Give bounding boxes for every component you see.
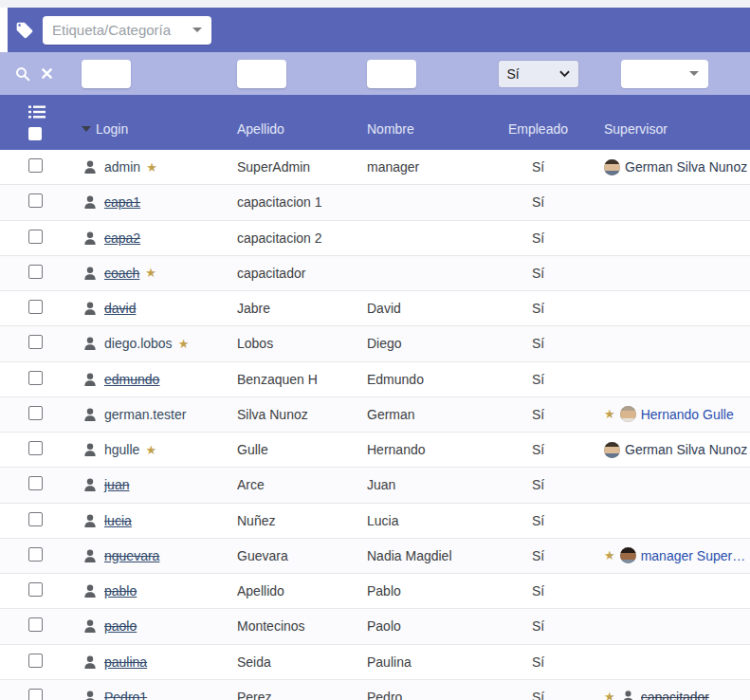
row-checkbox[interactable]: [28, 406, 43, 420]
login-link[interactable]: hgulle: [104, 442, 139, 457]
column-header-login[interactable]: Login: [82, 95, 237, 150]
favorite-star-icon: ★: [146, 161, 157, 174]
nombre-filter-input[interactable]: [367, 60, 416, 88]
apellido-cell: Arce: [237, 477, 367, 492]
nombre-cell: David: [367, 301, 484, 316]
supervisor-link[interactable]: German Silva Nunoz: [625, 159, 747, 175]
login-link[interactable]: german.tester: [104, 407, 186, 422]
nombre-cell: Paolo: [367, 618, 484, 634]
empleado-cell: Sí: [484, 583, 593, 599]
empleado-cell: Sí: [484, 301, 593, 316]
empleado-filter-select[interactable]: Sí: [499, 61, 578, 87]
table-row: coach ★ capacitador Sí: [0, 256, 750, 291]
apellido-cell: Silva Nunoz: [237, 407, 367, 422]
row-checkbox[interactable]: [28, 193, 43, 208]
empleado-cell: Sí: [484, 194, 593, 210]
nombre-cell: Juan: [367, 477, 484, 492]
supervisor-link[interactable]: capacitador: [641, 690, 709, 700]
row-checkbox[interactable]: [28, 617, 43, 632]
table-row: german.tester Silva Nunoz German Sí ★ He…: [0, 397, 750, 433]
supervisor-filter-dropdown[interactable]: [621, 60, 708, 88]
supervisor-link[interactable]: German Silva Nunoz: [625, 442, 747, 457]
chevron-down-icon: [559, 70, 570, 78]
login-link[interactable]: Pedro1: [104, 690, 147, 700]
login-link[interactable]: david: [104, 301, 136, 316]
nombre-cell: Edmundo: [367, 372, 484, 387]
supervisor-cell: ★ Hernando Gulle: [593, 406, 750, 422]
table-row: paulina Seida Paulina Sí: [0, 645, 750, 680]
row-checkbox[interactable]: [28, 335, 43, 349]
person-silhouette-icon: [82, 406, 99, 423]
row-checkbox[interactable]: [28, 158, 43, 173]
column-header-apellido[interactable]: Apellido: [237, 95, 367, 150]
empleado-cell: Sí: [484, 654, 593, 670]
supervisor-link[interactable]: manager Super…: [641, 548, 746, 563]
column-header-supervisor[interactable]: Supervisor: [593, 95, 750, 150]
row-checkbox[interactable]: [28, 582, 43, 597]
row-checkbox[interactable]: [28, 230, 43, 244]
table-row: edmundo Benzaquen H Edmundo Sí: [0, 362, 750, 397]
column-header-empleado[interactable]: Empleado: [484, 95, 593, 150]
person-silhouette-icon: [82, 193, 99, 211]
empleado-cell: Sí: [484, 442, 593, 457]
row-checkbox[interactable]: [28, 476, 43, 490]
login-link[interactable]: capa2: [104, 230, 140, 246]
login-link[interactable]: lucia: [104, 513, 132, 528]
login-link[interactable]: paolo: [104, 618, 137, 634]
apellido-cell: capacitador: [237, 266, 367, 281]
etiqueta-categoria-dropdown[interactable]: Etiqueta/Categoría: [43, 16, 211, 45]
supervisor-cell: German Silva Nunoz: [593, 159, 750, 175]
row-checkbox[interactable]: [28, 654, 43, 668]
row-checkbox[interactable]: [28, 265, 43, 279]
table-row: lucia Nuñez Lucia Sí: [0, 504, 750, 539]
table-row: capa2 capacitacion 2 Sí: [0, 221, 750, 256]
empleado-cell: Sí: [484, 266, 593, 281]
favorite-star-icon: ★: [145, 444, 156, 456]
empleado-cell: Sí: [484, 230, 593, 246]
supervisor-star-icon: ★: [604, 408, 615, 420]
table-row: nguevara Guevara Nadia Magdiel Sí ★ mana…: [0, 539, 750, 574]
table-row: Pedro1 Perez Pedro Sí ★ capacitador: [0, 680, 750, 700]
login-link[interactable]: capa1: [104, 194, 140, 210]
etiqueta-categoria-placeholder: Etiqueta/Categoría: [43, 22, 171, 38]
select-all-checkbox[interactable]: [28, 127, 42, 140]
nombre-cell: Pedro: [367, 690, 484, 700]
supervisor-cell: ★ capacitador: [593, 689, 750, 700]
table-row: paolo Montecinos Paolo Sí: [0, 609, 750, 644]
row-checkbox[interactable]: [28, 300, 43, 314]
top-margin-strip: [0, 0, 750, 8]
login-link[interactable]: paulina: [104, 654, 147, 670]
person-silhouette-icon: [82, 617, 99, 635]
apellido-cell: Nuñez: [237, 513, 367, 528]
row-checkbox[interactable]: [28, 441, 43, 455]
nombre-cell: Hernando: [367, 442, 484, 457]
login-link[interactable]: diego.lobos: [104, 336, 173, 351]
list-menu-icon[interactable]: [28, 105, 82, 121]
empleado-cell: Sí: [484, 336, 593, 351]
clear-x-icon[interactable]: [42, 68, 52, 79]
person-silhouette-icon: [82, 371, 99, 388]
supervisor-star-icon: ★: [604, 549, 615, 562]
empleado-cell: Sí: [484, 618, 593, 634]
empleado-cell: Sí: [484, 407, 593, 422]
login-link[interactable]: juan: [104, 477, 129, 492]
login-link[interactable]: edmundo: [104, 372, 159, 387]
row-checkbox[interactable]: [28, 371, 43, 385]
empleado-cell: Sí: [484, 477, 593, 492]
login-filter-input[interactable]: [82, 60, 131, 88]
apellido-filter-input[interactable]: [237, 60, 286, 88]
login-link[interactable]: nguevara: [104, 548, 159, 563]
row-checkbox[interactable]: [28, 689, 43, 700]
row-checkbox[interactable]: [28, 547, 43, 562]
column-header-nombre[interactable]: Nombre: [367, 95, 484, 150]
person-silhouette-icon: [82, 512, 99, 529]
nombre-cell: German: [367, 407, 484, 422]
row-checkbox[interactable]: [28, 512, 43, 526]
supervisor-link[interactable]: Hernando Gulle: [641, 407, 734, 422]
empleado-cell: Sí: [484, 513, 593, 528]
login-link[interactable]: pablo: [104, 583, 137, 599]
login-link[interactable]: admin: [104, 159, 140, 175]
login-link[interactable]: coach: [104, 266, 139, 281]
search-icon[interactable]: [14, 65, 31, 83]
chevron-down-icon: [192, 28, 202, 32]
